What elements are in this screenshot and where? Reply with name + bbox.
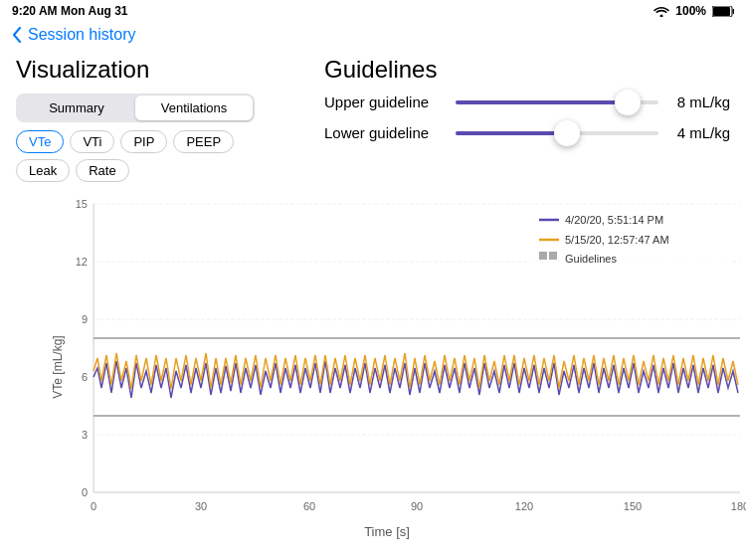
chart-legend: 4/20/20, 5:51:14 PM 5/15/20, 12:57:47 AM… <box>531 206 730 274</box>
upper-guideline-row: Upper guideline 8 mL/kg <box>324 93 730 110</box>
svg-text:120: 120 <box>515 500 533 512</box>
svg-text:3: 3 <box>82 429 88 441</box>
svg-text:5/15/20, 12:57:47 AM: 5/15/20, 12:57:47 AM <box>565 234 669 246</box>
upper-guideline-slider[interactable] <box>456 100 658 104</box>
status-bar: 9:20 AM Mon Aug 31 100% <box>0 0 746 22</box>
svg-text:180: 180 <box>731 500 746 512</box>
back-label: Session history <box>28 26 136 44</box>
main-content: Visualization Summary Ventilations VTe V… <box>0 52 746 547</box>
nav-bar: Session history <box>0 22 746 52</box>
svg-rect-30 <box>549 252 557 260</box>
segmented-control: Summary Ventilations <box>16 93 255 122</box>
pill-leak[interactable]: Leak <box>16 159 70 182</box>
lower-guideline-slider[interactable] <box>456 131 658 135</box>
upper-guideline-value: 8 mL/kg <box>670 93 730 110</box>
svg-text:15: 15 <box>76 198 88 210</box>
svg-text:90: 90 <box>411 500 423 512</box>
back-button[interactable]: Session history <box>12 26 136 44</box>
svg-text:4/20/20, 5:51:14 PM: 4/20/20, 5:51:14 PM <box>565 214 663 226</box>
filter-pills: VTe VTi PIP PEEP Leak Rate <box>16 130 284 182</box>
svg-text:6: 6 <box>82 371 88 383</box>
back-chevron-icon <box>12 27 22 43</box>
svg-text:60: 60 <box>303 500 315 512</box>
svg-text:9: 9 <box>82 313 88 325</box>
lower-guideline-value: 4 mL/kg <box>670 124 730 141</box>
header-row: Visualization Summary Ventilations VTe V… <box>16 56 730 182</box>
chart-container: VTe [mL/kg] 0 3 6 9 12 <box>16 194 730 539</box>
lower-guideline-row: Lower guideline 4 mL/kg <box>324 124 730 141</box>
visualization-title: Visualization <box>16 56 284 84</box>
seg-summary[interactable]: Summary <box>18 95 135 120</box>
x-axis-label: Time [s] <box>44 524 730 539</box>
y-axis-label: VTe [mL/kg] <box>51 335 65 398</box>
pill-peep[interactable]: PEEP <box>173 130 234 153</box>
svg-rect-29 <box>539 252 547 260</box>
pill-vti[interactable]: VTi <box>70 130 114 153</box>
wifi-icon <box>653 5 669 17</box>
lower-guideline-label: Lower guideline <box>324 124 444 141</box>
guidelines-panel: Guidelines Upper guideline 8 mL/kg Lower… <box>324 56 730 182</box>
svg-text:0: 0 <box>91 500 96 512</box>
svg-rect-2 <box>733 9 735 14</box>
status-time: 9:20 AM Mon Aug 31 <box>12 4 127 18</box>
svg-text:12: 12 <box>76 256 88 268</box>
svg-text:0: 0 <box>82 486 88 498</box>
seg-ventilations[interactable]: Ventilations <box>135 95 253 120</box>
visualization-panel: Visualization Summary Ventilations VTe V… <box>16 56 284 182</box>
battery-icon <box>712 6 734 17</box>
battery-level: 100% <box>675 4 706 18</box>
pill-vte[interactable]: VTe <box>16 130 64 153</box>
svg-text:150: 150 <box>624 500 642 512</box>
pill-pip[interactable]: PIP <box>120 130 167 153</box>
guidelines-title: Guidelines <box>324 56 730 84</box>
svg-text:30: 30 <box>195 500 207 512</box>
svg-rect-1 <box>713 7 730 16</box>
main-chart: 0 3 6 9 12 15 0 30 60 90 120 150 180 <box>44 194 746 522</box>
status-icons: 100% <box>653 4 734 18</box>
svg-text:Guidelines: Guidelines <box>565 253 617 265</box>
pill-rate[interactable]: Rate <box>76 159 128 182</box>
upper-guideline-label: Upper guideline <box>324 93 444 110</box>
